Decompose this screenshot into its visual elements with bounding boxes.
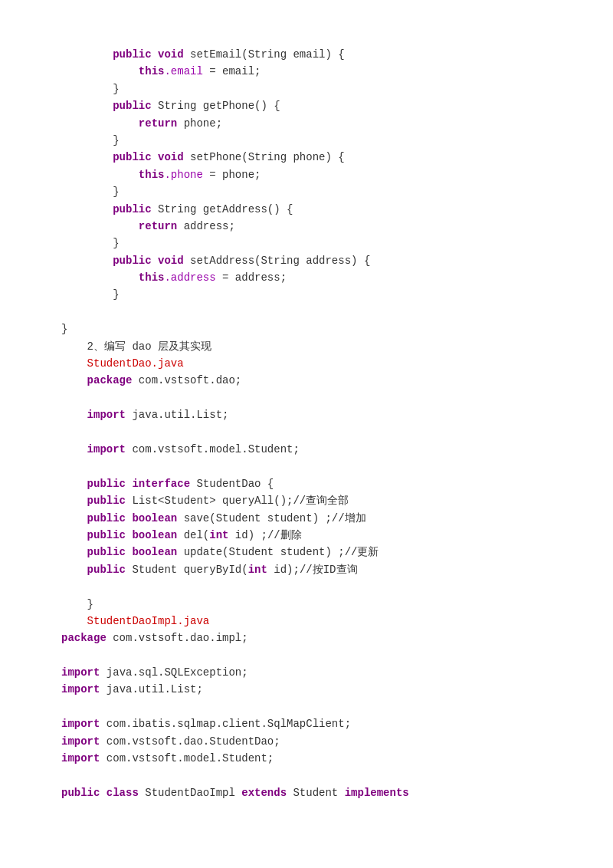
- code-line: }: [61, 235, 582, 252]
- code-line: [61, 304, 582, 321]
- code-line: return phone;: [61, 115, 582, 132]
- code-line: StudentDaoImpl.java: [61, 613, 582, 630]
- code-line: [61, 458, 582, 475]
- code-line: }: [61, 286, 582, 303]
- code-line: this.phone = phone;: [61, 166, 582, 183]
- code-line: }: [61, 321, 582, 337]
- code-line: public String getPhone() {: [61, 97, 582, 114]
- code-line: public interface StudentDao {: [61, 475, 582, 492]
- code-line: StudentDao.java: [61, 355, 582, 372]
- code-line: public void setPhone(String phone) {: [61, 149, 582, 166]
- code-line: public void setEmail(String email) {: [61, 46, 582, 63]
- code-line: public Student queryById(int id);//按ID查询: [61, 561, 582, 578]
- code-line: [61, 424, 582, 441]
- code-line: import com.vstsoft.dao.StudentDao;: [61, 733, 582, 750]
- code-line: import com.ibatis.sqlmap.client.SqlMapCl…: [61, 715, 582, 732]
- code-line: public boolean save(Student student) ;//…: [61, 510, 582, 527]
- code-line: [61, 647, 582, 664]
- code-line: package com.vstsoft.dao;: [61, 372, 582, 389]
- code-line: import java.util.List;: [61, 406, 582, 423]
- code-line: this.address = address;: [61, 269, 582, 286]
- code-line: public class StudentDaoImpl extends Stud…: [61, 784, 582, 801]
- code-line: }: [61, 132, 582, 149]
- code-line: public List<Student> queryAll();//查询全部: [61, 492, 582, 509]
- code-line: [61, 767, 582, 784]
- code-line: public boolean update(Student student) ;…: [61, 544, 582, 561]
- code-line: return address;: [61, 218, 582, 235]
- code-container: public void setEmail(String email) { thi…: [61, 46, 582, 801]
- code-line: }: [61, 596, 582, 613]
- code-line: import com.vstsoft.model.Student;: [61, 750, 582, 767]
- code-line: this.email = email;: [61, 63, 582, 80]
- code-line: import com.vstsoft.model.Student;: [61, 441, 582, 458]
- code-line: [61, 578, 582, 595]
- code-content: public void setEmail(String email) { thi…: [61, 46, 582, 801]
- code-line: public void setAddress(String address) {: [61, 252, 582, 269]
- code-line: public boolean del(int id) ;//删除: [61, 527, 582, 544]
- code-line: import java.util.List;: [61, 681, 582, 698]
- code-line: }: [61, 81, 582, 97]
- code-line: package com.vstsoft.dao.impl;: [61, 630, 582, 646]
- code-line: public String getAddress() {: [61, 201, 582, 218]
- code-line: [61, 390, 582, 406]
- code-line: 2、编写 dao 层及其实现: [61, 338, 582, 355]
- code-line: import java.sql.SQLException;: [61, 664, 582, 681]
- code-line: }: [61, 183, 582, 200]
- code-line: [61, 699, 582, 715]
